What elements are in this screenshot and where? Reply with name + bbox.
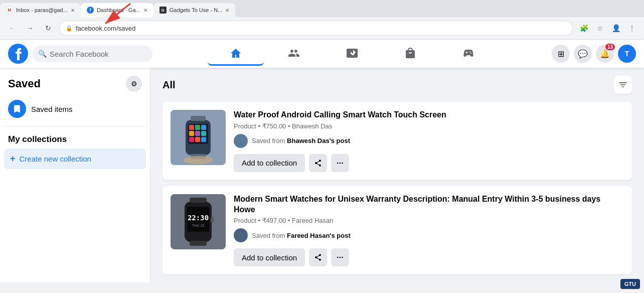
item1-content: Water Proof Android Calling Smart Watch … xyxy=(234,110,624,172)
tab-gmail-label: Inbox - paras@gad... xyxy=(16,7,68,13)
tab-dashboard-label: Dashboard · Ga... xyxy=(97,7,140,13)
svg-rect-13 xyxy=(195,137,200,142)
item1-title: Water Proof Android Calling Smart Watch … xyxy=(234,110,624,120)
item1-meta: Product • ₹750.00 • Bhawesh Das xyxy=(234,122,624,130)
tab-dashboard-close[interactable]: ✕ xyxy=(143,8,147,13)
svg-rect-27 xyxy=(190,241,207,246)
item2-more-button[interactable] xyxy=(331,248,349,266)
saved-items-icon xyxy=(8,100,26,118)
browser-toolbar: ← → ↻ 🔒 facebook.com/saved 🧩 ☆ 👤 ⋮ xyxy=(0,17,644,39)
item2-share-button[interactable] xyxy=(309,248,327,266)
refresh-button[interactable]: ↻ xyxy=(41,21,55,35)
svg-point-18 xyxy=(337,162,339,164)
svg-point-17 xyxy=(183,156,213,164)
search-placeholder: Search Facebook xyxy=(50,50,109,58)
item1-image xyxy=(171,110,226,165)
nav-watch[interactable] xyxy=(324,42,380,66)
item2-meta: Product • ₹497.00 • Fareed Hasan xyxy=(234,217,624,224)
browser-more-button[interactable]: ⋮ xyxy=(625,21,639,35)
tab-dashboard[interactable]: f Dashboard · Ga... ✕ xyxy=(81,3,153,17)
profile-button[interactable]: 👤 xyxy=(609,21,623,35)
watermark: GTU xyxy=(620,279,640,289)
facebook-header: 🔍 Search Facebook ⊞ 💬 xyxy=(0,40,644,68)
item2-saved-from-text: Saved from Fareed Hasan's post xyxy=(252,232,351,239)
main-nav xyxy=(156,42,548,66)
svg-rect-6 xyxy=(189,125,194,130)
item1-saved-from: Saved from Bhawesh Das's post xyxy=(234,134,624,148)
svg-point-19 xyxy=(340,162,341,164)
tab-gadgets-close[interactable]: ✕ xyxy=(225,8,229,13)
svg-rect-9 xyxy=(189,131,194,136)
messenger-button[interactable]: 💬 xyxy=(574,45,592,63)
sidebar-item-saved-items[interactable]: Saved items xyxy=(4,96,146,122)
nav-marketplace[interactable] xyxy=(382,42,438,66)
svg-rect-10 xyxy=(195,131,200,136)
content-title: All xyxy=(163,79,176,91)
item2-add-to-collection-button[interactable]: Add to collection xyxy=(234,248,305,266)
tab-gadgets[interactable]: G Gadgets To Use - N... ✕ xyxy=(153,3,236,17)
user-avatar[interactable]: T xyxy=(618,45,636,63)
bookmark-star-button[interactable]: ☆ xyxy=(593,21,607,35)
nav-home[interactable] xyxy=(208,42,264,66)
address-text: facebook.com/saved xyxy=(76,25,566,32)
saved-item-card-2: 22:30 THU 15 Modern Smart Watches for Un… xyxy=(163,186,632,275)
svg-text:22:30: 22:30 xyxy=(188,214,209,222)
filter-button[interactable] xyxy=(614,76,632,94)
item2-author-avatar xyxy=(234,228,248,242)
item1-author-avatar xyxy=(234,134,248,148)
search-bar[interactable]: 🔍 Search Facebook xyxy=(32,46,152,62)
svg-rect-8 xyxy=(201,125,206,130)
saved-items-label: Saved items xyxy=(31,105,73,113)
forward-button[interactable]: → xyxy=(23,21,37,35)
svg-point-29 xyxy=(337,257,339,258)
my-collections-title: My collections xyxy=(4,130,146,146)
gmail-favicon: M xyxy=(6,7,13,14)
saved-item-card-1: Water Proof Android Calling Smart Watch … xyxy=(163,102,632,180)
nav-friends[interactable] xyxy=(266,42,322,66)
item2-actions: Add to collection xyxy=(234,248,624,266)
nav-gaming[interactable] xyxy=(440,42,497,66)
item2-saved-from: Saved from Fareed Hasan's post xyxy=(234,228,624,242)
svg-point-20 xyxy=(342,162,343,164)
settings-gear-button[interactable]: ⚙ xyxy=(126,76,142,92)
item2-image: 22:30 THU 15 xyxy=(171,194,226,249)
search-icon: 🔍 xyxy=(38,50,47,58)
back-button[interactable]: ← xyxy=(5,21,19,35)
content-header: All xyxy=(163,76,632,94)
create-collection-button[interactable]: + Create new collection xyxy=(4,149,146,169)
item2-author-link[interactable]: Fareed Hasan's post xyxy=(287,232,351,239)
svg-text:THU 15: THU 15 xyxy=(192,224,204,227)
notifications-button[interactable]: 🔔 13 xyxy=(596,45,614,63)
item1-actions: Add to collection xyxy=(234,154,624,172)
svg-rect-28 xyxy=(211,217,214,223)
svg-point-31 xyxy=(342,257,343,258)
tab-gmail-close[interactable]: ✕ xyxy=(71,8,75,13)
fb-favicon: f xyxy=(87,7,94,14)
avatar-letter: T xyxy=(625,50,629,58)
tab-gmail[interactable]: M Inbox - paras@gad... ✕ xyxy=(0,3,81,17)
item1-share-button[interactable] xyxy=(309,154,327,172)
svg-point-30 xyxy=(340,257,341,258)
item1-more-button[interactable] xyxy=(331,154,349,172)
facebook-logo[interactable] xyxy=(8,44,28,64)
browser-actions: 🧩 ☆ 👤 ⋮ xyxy=(577,21,639,35)
lock-icon: 🔒 xyxy=(66,25,73,32)
browser-chrome: M Inbox - paras@gad... ✕ f Dashboard · G… xyxy=(0,0,644,40)
sidebar-title: Saved xyxy=(8,77,41,90)
plus-icon: + xyxy=(10,154,16,164)
svg-rect-26 xyxy=(190,198,207,203)
main-layout: Saved ⚙ Saved items My collections + Cre… xyxy=(0,68,644,282)
header-actions: ⊞ 💬 🔔 13 T xyxy=(552,45,636,63)
item1-author-link[interactable]: Bhawesh Das's post xyxy=(287,137,350,144)
address-bar[interactable]: 🔒 facebook.com/saved xyxy=(59,21,573,36)
svg-rect-12 xyxy=(189,137,194,142)
extensions-button[interactable]: 🧩 xyxy=(577,21,591,35)
item1-add-to-collection-button[interactable]: Add to collection xyxy=(234,154,305,172)
create-collection-label: Create new collection xyxy=(20,155,91,163)
main-content: All xyxy=(150,68,644,282)
item1-saved-from-text: Saved from Bhawesh Das's post xyxy=(252,137,350,144)
sidebar-divider xyxy=(4,126,146,126)
tab-gadgets-label: Gadgets To Use - N... xyxy=(170,7,223,13)
browser-tabs: M Inbox - paras@gad... ✕ f Dashboard · G… xyxy=(0,0,644,17)
apps-button[interactable]: ⊞ xyxy=(552,45,570,63)
